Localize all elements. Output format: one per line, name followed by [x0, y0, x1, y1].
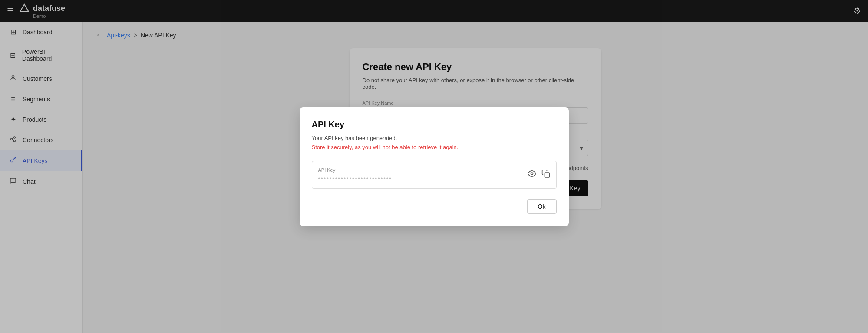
api-key-field-label: API Key	[318, 167, 525, 173]
modal-title: API Key	[312, 120, 557, 130]
modal-desc: Your API key has been generated.	[312, 135, 557, 141]
api-key-field-wrapper: API Key ••••••••••••••••••••••••••	[312, 161, 557, 189]
eye-icon	[528, 171, 536, 180]
api-key-value: ••••••••••••••••••••••••••	[318, 175, 392, 182]
svg-point-8	[531, 173, 533, 175]
modal-overlay: API Key Your API key has been generated.…	[0, 0, 868, 333]
ok-button[interactable]: Ok	[527, 199, 557, 214]
api-key-modal: API Key Your API key has been generated.…	[300, 107, 569, 226]
copy-api-key-button[interactable]	[541, 168, 551, 181]
reveal-api-key-button[interactable]	[527, 168, 537, 181]
api-key-actions	[527, 168, 551, 181]
copy-icon	[541, 171, 550, 180]
svg-rect-9	[545, 173, 549, 177]
modal-footer: Ok	[312, 199, 557, 214]
modal-warning: Store it securely, as you will not be ab…	[312, 144, 557, 150]
